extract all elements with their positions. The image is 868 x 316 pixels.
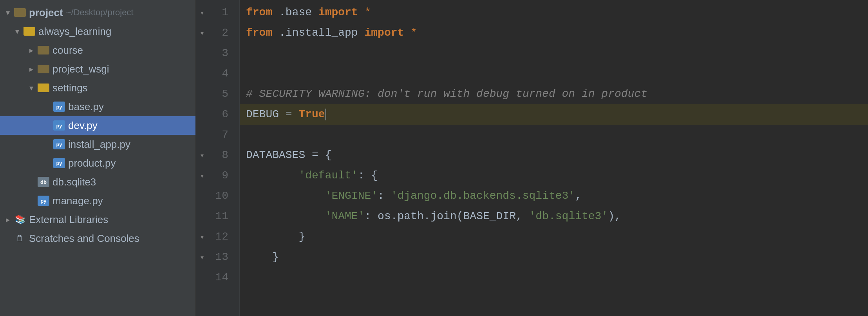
line-num-5: 5 — [208, 84, 233, 104]
sidebar-item-db-sqlite3[interactable]: db db.sqlite3 — [0, 173, 195, 191]
keyword-import: import — [318, 2, 358, 23]
sidebar-item-label: install_app.py — [68, 138, 130, 151]
indent — [246, 206, 325, 227]
code-area: ▾ ▾ ▾ ▾ ▾ ▾ 1 2 3 4 5 6 7 8 9 10 — [196, 0, 868, 316]
sidebar-item-always-learning[interactable]: always_learning — [0, 22, 195, 41]
operator-equals: = — [279, 104, 298, 125]
code-line-1: from .base import * — [246, 2, 868, 23]
sidebar-item-label: course — [52, 44, 83, 56]
arrow-icon — [27, 64, 36, 74]
indent — [246, 186, 325, 206]
code-line-5: # SECURITY WARNING: don't run with debug… — [246, 84, 868, 104]
comma: , — [516, 206, 529, 227]
py-file-icon: py — [53, 139, 65, 149]
sidebar-item-label: settings — [52, 82, 88, 94]
py-file-icon: py — [53, 102, 65, 112]
sidebar-item-base-py[interactable]: py base.py — [0, 97, 195, 116]
fold-arrow-8[interactable]: ▾ — [196, 145, 208, 165]
sidebar-item-label: product.py — [68, 157, 116, 169]
folder-icon — [38, 46, 49, 54]
func-join: os.path.join — [378, 206, 457, 227]
sidebar-item-course[interactable]: course — [0, 41, 195, 60]
folder-icon — [38, 65, 49, 73]
sidebar-item-label: dev.py — [68, 120, 98, 132]
gutter-empty-3 — [196, 43, 208, 64]
sidebar-item-dev-py[interactable]: py dev.py — [0, 116, 195, 135]
keyword-from: from — [246, 23, 272, 43]
line-num-14: 14 — [208, 267, 233, 288]
arrow-icon — [27, 45, 36, 55]
folder-open-icon — [38, 84, 49, 92]
comment-text: # SECURITY WARNING: don't run with debug… — [246, 84, 647, 104]
sidebar-item-label: base.py — [68, 101, 104, 113]
var-debug: DEBUG — [246, 104, 279, 125]
gutter-empty-11 — [196, 206, 208, 227]
py-file-icon: py — [38, 196, 49, 206]
line-numbers: 1 2 3 4 5 6 7 8 9 10 11 12 13 14 — [208, 0, 240, 316]
line-num-12: 12 — [208, 227, 233, 247]
sidebar-item-label: project_wsgi — [52, 63, 109, 75]
sidebar-item-project-wsgi[interactable]: project_wsgi — [0, 60, 195, 78]
sidebar-item-label: External Libraries — [29, 214, 108, 226]
sidebar-item-label: db.sqlite3 — [52, 176, 96, 188]
sidebar-item-label: manage.py — [52, 195, 103, 207]
sidebar-item-install-app-py[interactable]: py install_app.py — [0, 135, 195, 154]
fold-arrow-12[interactable]: ▾ — [196, 227, 208, 247]
line-num-6: 6 — [208, 104, 233, 125]
ext-libraries-icon: 📚 — [14, 214, 26, 225]
arrow-icon — [13, 27, 22, 36]
line-num-8: 8 — [208, 145, 233, 165]
value-true: True — [298, 104, 325, 125]
sidebar-item-manage-py[interactable]: py manage.py — [0, 191, 195, 210]
gutter-empty-14 — [196, 267, 208, 288]
fold-arrow-2[interactable]: ▾ — [196, 23, 208, 43]
comma: , — [575, 186, 582, 206]
file-tree-sidebar: project ~/Desktop/project always_learnin… — [0, 0, 196, 316]
code-lines[interactable]: from .base import * from .install_app im… — [240, 0, 868, 316]
arrow-icon — [3, 215, 13, 224]
db-file-icon: db — [38, 177, 49, 187]
sidebar-item-scratches[interactable]: 🗒 Scratches and Consoles — [0, 229, 195, 248]
import-star: * — [404, 23, 417, 43]
indent — [246, 247, 272, 267]
code-line-11: 'NAME' : os.path.join ( BASE_DIR , 'db.s… — [246, 206, 868, 227]
sidebar-item-label: Scratches and Consoles — [29, 232, 139, 245]
fold-arrow-13[interactable]: ▾ — [196, 247, 208, 267]
line-num-1: 1 — [208, 2, 233, 23]
scratch-icon: 🗒 — [14, 233, 26, 243]
code-line-10: 'ENGINE' : 'django.db.backends.sqlite3' … — [246, 186, 868, 206]
code-editor[interactable]: ▾ ▾ ▾ ▾ ▾ ▾ 1 2 3 4 5 6 7 8 9 10 — [196, 0, 868, 316]
line-num-7: 7 — [208, 125, 233, 145]
brace-open: { — [325, 145, 332, 165]
indent — [246, 165, 298, 186]
gutter-empty-4 — [196, 64, 208, 84]
operator-equals: = — [305, 145, 325, 165]
fold-arrow-9[interactable]: ▾ — [196, 165, 208, 186]
folder-open-icon — [24, 27, 35, 36]
fold-arrow-1[interactable]: ▾ — [196, 2, 208, 23]
code-line-8: DATABASES = { — [246, 145, 868, 165]
module-ref: .install_app — [272, 23, 364, 43]
colon: : — [364, 206, 378, 227]
colon: : — [378, 186, 391, 206]
key-name: 'NAME' — [325, 206, 365, 227]
sidebar-item-settings[interactable]: settings — [0, 78, 195, 97]
line-num-11: 11 — [208, 206, 233, 227]
line-num-13: 13 — [208, 247, 233, 267]
colon-brace: : { — [358, 165, 378, 186]
code-line-14 — [246, 267, 868, 288]
text-cursor — [326, 109, 326, 120]
import-star: * — [358, 2, 371, 23]
sidebar-item-external-libraries[interactable]: 📚 External Libraries — [0, 210, 195, 229]
code-line-7 — [246, 125, 868, 145]
brace-close-outer: } — [272, 247, 279, 267]
sidebar-item-product-py[interactable]: py product.py — [0, 154, 195, 173]
indent — [246, 227, 298, 247]
arrow-icon — [27, 83, 36, 93]
code-line-2: from .install_app import * — [246, 23, 868, 43]
sidebar-item-project[interactable]: project ~/Desktop/project — [0, 3, 195, 22]
paren-open: ( — [457, 206, 463, 227]
brace-close-inner: } — [298, 227, 305, 247]
key-default: 'default' — [298, 165, 358, 186]
value-dbname: 'db.sqlite3' — [529, 206, 608, 227]
